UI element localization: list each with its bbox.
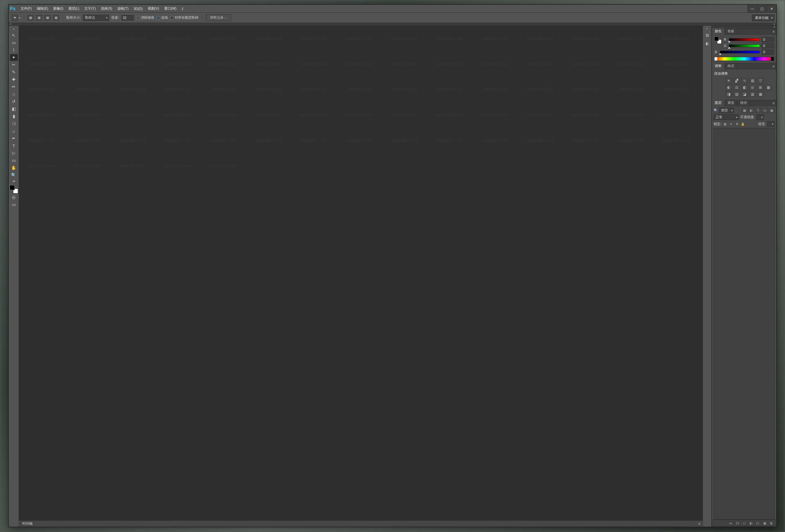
tool-lasso[interactable]: ⌇	[10, 47, 18, 53]
menu-image[interactable]: 图像(I)	[51, 5, 66, 12]
menu-view[interactable]: 视图(V)	[146, 5, 161, 12]
workspace-switcher[interactable]: 基本功能	[752, 15, 775, 21]
color-panel-fg-swatch[interactable]	[714, 36, 719, 41]
tool-move[interactable]: ↖	[10, 32, 18, 39]
screen-mode-toggle[interactable]: ▭	[10, 201, 18, 208]
g-slider[interactable]	[729, 45, 760, 47]
color-spectrum[interactable]	[714, 57, 774, 61]
adj-color-lookup-icon[interactable]: ▦	[765, 85, 771, 90]
tool-type[interactable]: T	[10, 142, 18, 149]
adj-balance-icon[interactable]: ⚖	[733, 85, 740, 90]
adj-invert-icon[interactable]: ◨	[726, 91, 732, 97]
add-selection-icon[interactable]: ▦	[36, 15, 42, 21]
tool-stamp[interactable]: ⎍	[10, 91, 18, 98]
link-layers-icon[interactable]: ⇋	[728, 521, 733, 526]
tab-color[interactable]: 颜色	[712, 28, 725, 35]
adj-brightness-icon[interactable]: ☀	[726, 78, 732, 83]
adj-gradient-map-icon[interactable]: ▥	[749, 91, 756, 97]
adj-channel-mixer-icon[interactable]: ⊞	[757, 85, 763, 90]
layer-filter-kind-select[interactable]: 类型	[719, 108, 734, 113]
adj-photo-filter-icon[interactable]: ◎	[749, 85, 756, 90]
tab-layers[interactable]: 图层	[712, 100, 725, 106]
tool-blur[interactable]: ❍	[10, 120, 18, 127]
maximize-button[interactable]: ▢	[757, 5, 767, 12]
tool-hand[interactable]: ✋	[10, 164, 18, 171]
toolbox-collapse-icon[interactable]: »	[13, 27, 15, 31]
contiguous-checkbox[interactable]	[157, 16, 160, 20]
new-adjustment-layer-icon[interactable]: ◐	[749, 521, 754, 526]
new-layer-icon[interactable]: ▣	[762, 521, 767, 526]
menu-3d[interactable]: 3D(D)	[131, 6, 145, 11]
tool-zoom[interactable]: 🔍	[10, 172, 18, 179]
antialias-checkbox[interactable]	[136, 16, 140, 20]
tool-healing[interactable]: ✚	[10, 76, 18, 83]
sample-size-select[interactable]: 取样点	[83, 15, 109, 21]
adj-threshold-icon[interactable]: ◪	[741, 91, 748, 97]
blend-mode-select[interactable]: 正常	[714, 114, 739, 120]
tool-marquee[interactable]: ▭	[10, 39, 18, 46]
menu-select[interactable]: 选择(S)	[99, 5, 115, 12]
lock-transparent-icon[interactable]: ▦	[723, 122, 727, 126]
adj-hue-icon[interactable]: ◐	[726, 85, 732, 90]
layer-mask-icon[interactable]: ◻	[742, 521, 747, 526]
filter-adjust-icon[interactable]: ◐	[749, 108, 754, 113]
tool-preset-caret-icon[interactable]: ▾	[19, 17, 20, 19]
tab-channels[interactable]: 通道	[725, 100, 737, 106]
quickmask-toggle[interactable]: ◎	[10, 194, 18, 201]
subtract-selection-icon[interactable]: ▦	[45, 15, 51, 21]
tool-shape[interactable]: ▭	[10, 157, 18, 164]
r-value-input[interactable]: 0	[761, 37, 774, 42]
foreground-color-swatch[interactable]	[10, 185, 15, 190]
tab-strip-left-icon[interactable]: »	[10, 22, 11, 25]
menu-type[interactable]: 文字(Y)	[82, 5, 98, 12]
tool-eraser[interactable]: ◧	[10, 106, 18, 112]
new-group-icon[interactable]: 🗀	[755, 521, 760, 526]
r-slider[interactable]	[729, 38, 760, 41]
dock-history-icon[interactable]: ▤	[704, 32, 711, 38]
tab-paths[interactable]: 路径	[737, 100, 750, 106]
current-tool-icon[interactable]: ✦	[11, 15, 18, 21]
tool-eyedropper[interactable]: ✎	[10, 69, 18, 76]
fill-input[interactable]	[767, 121, 775, 127]
filter-type-icon[interactable]: T	[755, 108, 761, 113]
layers-panel-menu-icon[interactable]: ≡	[773, 101, 775, 105]
tool-swap-colors-icon[interactable]: ⇄	[10, 179, 18, 183]
g-value-input[interactable]: 0	[761, 43, 774, 48]
foreground-background-swatch[interactable]	[10, 185, 18, 193]
lock-position-icon[interactable]: ✥	[735, 122, 739, 126]
tool-pen[interactable]: ✒	[10, 135, 18, 142]
adj-bw-icon[interactable]: ◧	[741, 85, 748, 90]
filter-search-icon[interactable]: 🔍	[714, 108, 718, 112]
tolerance-input[interactable]: 32	[122, 15, 134, 21]
lock-pixels-icon[interactable]: ✎	[729, 122, 733, 126]
adj-vibrance-icon[interactable]: ▽	[757, 78, 763, 83]
tool-crop[interactable]: ✂	[10, 61, 18, 68]
menu-layer[interactable]: 图层(L)	[66, 5, 82, 12]
opacity-input[interactable]	[756, 114, 764, 120]
adj-levels-icon[interactable]: ▞	[733, 78, 740, 83]
tool-brush[interactable]: ✏	[10, 83, 18, 90]
b-value-input[interactable]: 0	[761, 50, 774, 55]
canvas[interactable]: A68400P.COMA68400P.COMA68400P.COMA68400P…	[19, 26, 703, 521]
filter-shape-icon[interactable]: ▭	[762, 108, 768, 113]
adj-selective-color-icon[interactable]: ▦	[757, 91, 763, 97]
color-panel-fgbg[interactable]	[714, 36, 721, 44]
menu-filter[interactable]: 滤镜(T)	[115, 5, 130, 12]
layer-style-icon[interactable]: ƒx	[735, 521, 740, 526]
menu-edit[interactable]: 编辑(E)	[34, 5, 50, 12]
adj-curves-icon[interactable]: ∿	[741, 78, 748, 83]
filter-pixel-icon[interactable]: ▦	[742, 108, 747, 113]
menu-file[interactable]: 文件(F)	[18, 5, 34, 12]
adjustments-panel-menu-icon[interactable]: ≡	[773, 64, 775, 69]
intersect-selection-icon[interactable]: ▦	[53, 15, 59, 21]
tool-magic-wand[interactable]: ✦	[10, 54, 18, 61]
adj-posterize-icon[interactable]: ▤	[733, 91, 740, 97]
timeline-panel[interactable]: 时间轴 ≡	[19, 521, 703, 527]
tool-path-select[interactable]: ▷	[10, 150, 18, 157]
dock-properties-icon[interactable]: ◧	[704, 40, 711, 47]
adj-exposure-icon[interactable]: ▨	[749, 78, 756, 83]
menu-help[interactable]: ‡	[179, 6, 186, 11]
refine-edge-button[interactable]: 调整边缘 ...	[206, 14, 231, 21]
layer-list[interactable]	[714, 128, 775, 520]
tool-gradient[interactable]: ▮	[10, 113, 18, 120]
